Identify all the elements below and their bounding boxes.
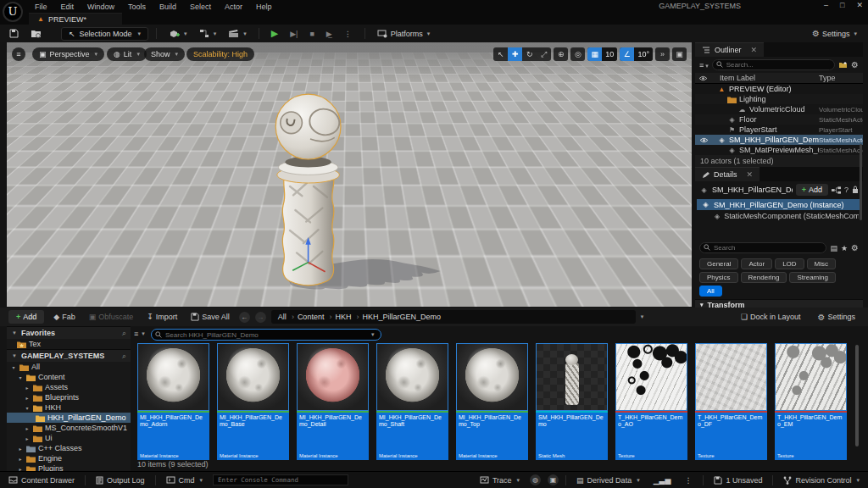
favorite-item-tex[interactable]: Tex bbox=[7, 339, 131, 349]
move-tool-button[interactable]: ✚ bbox=[508, 47, 522, 61]
grid-snap-value[interactable]: 10 bbox=[602, 47, 617, 61]
outliner-row-actor[interactable]: ⚑ PlayerStart PlayerStart bbox=[695, 125, 863, 135]
menu-actor[interactable]: Actor bbox=[219, 1, 248, 13]
chip-physics[interactable]: Physics bbox=[699, 272, 738, 283]
fab-button[interactable]: ◆ Fab bbox=[49, 311, 79, 323]
details-component-row[interactable]: ◈ StaticMeshComponent (StaticMeshCompone… bbox=[695, 211, 863, 221]
back-button[interactable]: ← bbox=[239, 312, 250, 323]
chip-misc[interactable]: Misc bbox=[807, 258, 836, 269]
insights-status-icon[interactable]: ◍ bbox=[530, 474, 541, 485]
import-button[interactable]: ↧ Import bbox=[142, 311, 181, 323]
forward-button[interactable]: → bbox=[255, 312, 266, 323]
tree-node-hkh[interactable]: ▾ HKH bbox=[7, 402, 131, 413]
play-options-menu[interactable]: ⋮ bbox=[340, 28, 357, 40]
select-tool-button[interactable]: ↖ bbox=[493, 47, 508, 61]
outliner-header[interactable]: Item Label Type bbox=[695, 73, 863, 84]
menu-edit[interactable]: Edit bbox=[55, 1, 81, 13]
column-item-label[interactable]: Item Label bbox=[720, 74, 819, 82]
content-drawer-button[interactable]: Content Drawer bbox=[5, 476, 78, 485]
grid-snap-toggle[interactable]: ▦ bbox=[587, 47, 602, 61]
path-history-chevron[interactable]: ▾ bbox=[641, 313, 644, 320]
stop-button[interactable]: ■ bbox=[305, 28, 318, 40]
menu-file[interactable]: File bbox=[29, 1, 53, 13]
asset-tile-texture-ao[interactable]: T_HKH_PillarGEN_Demo_AOTexture bbox=[615, 343, 687, 460]
breadcrumb-hkh[interactable]: HKH bbox=[335, 313, 359, 321]
outliner-settings-icon[interactable]: ⚙ bbox=[851, 60, 859, 69]
breadcrumb-content[interactable]: Content bbox=[298, 313, 332, 321]
outliner-row-actor[interactable]: ☁ VolumetricCloud VolumetricCloud bbox=[695, 104, 863, 114]
tree-node-plugins[interactable]: ▸ Plugins bbox=[7, 463, 131, 471]
menu-build[interactable]: Build bbox=[153, 1, 182, 13]
outliner-search-input[interactable] bbox=[712, 59, 835, 70]
blueprints-dropdown[interactable] bbox=[195, 27, 221, 40]
derived-data-dropdown[interactable]: ▤ Derived Data bbox=[573, 476, 643, 485]
cb-add-button[interactable]: Add bbox=[8, 310, 44, 324]
favorites-star-icon[interactable]: ★ bbox=[841, 244, 848, 252]
details-tab[interactable]: Details ✕ bbox=[695, 167, 760, 181]
details-close-icon[interactable]: ✕ bbox=[747, 170, 754, 179]
outliner-row-level[interactable]: ▲ PREVIEW (Editor) bbox=[695, 84, 863, 94]
menu-tools[interactable]: Tools bbox=[122, 1, 152, 13]
save-level-button[interactable] bbox=[5, 27, 23, 40]
cinematics-dropdown[interactable] bbox=[224, 27, 251, 40]
dock-in-layout-button[interactable]: ❏ Dock in Layout bbox=[737, 311, 805, 323]
tree-node-assets[interactable]: ▸ Assets bbox=[7, 382, 131, 392]
trace-dropdown[interactable]: Trace bbox=[476, 476, 523, 485]
tree-node-cpp-classes[interactable]: ▸ C++ Classes bbox=[7, 443, 131, 453]
chip-general[interactable]: General bbox=[699, 258, 738, 269]
details-scrollbar[interactable] bbox=[860, 144, 862, 220]
minimize-button[interactable]: – bbox=[824, 1, 828, 9]
tree-node-blueprints[interactable]: ▸ Blueprints bbox=[7, 392, 131, 402]
menu-select[interactable]: Select bbox=[184, 1, 217, 13]
search-icon[interactable]: ⌕ bbox=[122, 329, 126, 338]
tree-node-hkh-pillargen-demo[interactable]: HKH_PillarGEN_Demo bbox=[7, 413, 131, 423]
lock-icon[interactable] bbox=[852, 186, 859, 194]
outliner-row-selected-actor[interactable]: ◈ SM_HKH_PillarGEN_Demo StaticMeshActor bbox=[695, 135, 863, 145]
frame-skip-button[interactable]: ▶| bbox=[286, 28, 302, 40]
asset-tile-mi-base[interactable]: MI_HKH_PillarGEN_Demo_BaseMaterial Insta… bbox=[217, 343, 289, 460]
search-icon[interactable]: ⌕ bbox=[122, 352, 126, 361]
add-actor-dropdown[interactable] bbox=[164, 27, 192, 41]
tree-node-ms-concrete[interactable]: ▸ MS_ConcreteSmoothV1 bbox=[7, 423, 131, 433]
help-icon[interactable]: ? bbox=[844, 186, 849, 194]
outliner-row-actor[interactable]: ◈ Floor StaticMeshActor bbox=[695, 114, 863, 125]
filters-button[interactable]: ≡ bbox=[134, 330, 145, 338]
asset-tile-mi-top[interactable]: MI_HKH_PillarGEN_Demo_TopMaterial Instan… bbox=[456, 343, 528, 460]
editor-settings-dropdown[interactable]: ⚙ Settings bbox=[808, 25, 861, 42]
add-folder-icon[interactable] bbox=[838, 61, 848, 69]
asset-scrollbar[interactable] bbox=[855, 345, 859, 446]
column-type[interactable]: Type bbox=[819, 74, 863, 82]
asset-tile-mi-detail[interactable]: MI_HKH_PillarGEN_Demo_DetailMaterial Ins… bbox=[297, 343, 369, 460]
rotate-tool-button[interactable]: ↻ bbox=[522, 47, 537, 61]
launch-button[interactable]: ▶̲ bbox=[322, 28, 337, 40]
chip-streaming[interactable]: Streaming bbox=[789, 272, 835, 283]
tree-node-content[interactable]: ▾ Content bbox=[7, 372, 131, 382]
tree-node-all[interactable]: ▾ All bbox=[7, 362, 131, 372]
outliner-filter-button[interactable]: ≡ bbox=[699, 61, 709, 69]
level-viewport[interactable]: ≡ ▣ Perspective ◍ Lit Show Scalability: … bbox=[7, 42, 692, 307]
outliner-tab[interactable]: Outliner ✕ bbox=[695, 42, 764, 57]
revision-control-dropdown[interactable]: Revision Control bbox=[780, 476, 863, 485]
rotation-snap-value[interactable]: 10° bbox=[634, 47, 653, 61]
selection-mode-dropdown[interactable]: ↖ Selection Mode bbox=[61, 27, 148, 41]
maximize-viewport-button[interactable]: ▣ bbox=[672, 47, 687, 61]
cb-settings-button[interactable]: ⚙ Settings bbox=[814, 311, 860, 324]
outliner-close-icon[interactable]: ✕ bbox=[751, 46, 758, 54]
add-component-button[interactable]: Add bbox=[796, 184, 828, 196]
close-button[interactable]: ✕ bbox=[856, 1, 863, 9]
asset-tile-mi-adorn[interactable]: MI_HKH_PillarGEN_Demo_AdornMaterial Inst… bbox=[137, 343, 209, 460]
scale-tool-button[interactable]: ⤢ bbox=[537, 47, 551, 61]
menu-window[interactable]: Window bbox=[81, 1, 120, 13]
scalability-warning-pill[interactable]: Scalability: High bbox=[186, 47, 254, 61]
asset-tile-texture-em[interactable]: T_HKH_PillarGEN_Demo_EMTexture bbox=[775, 343, 847, 460]
asset-tile-texture-df[interactable]: T_HKH_PillarGEN_Demo_DFTexture bbox=[695, 343, 767, 460]
show-dropdown[interactable]: Show bbox=[144, 47, 185, 61]
details-instance-row[interactable]: ◈ SM_HKH_PillarGEN_Demo (Instance) bbox=[697, 199, 861, 210]
details-settings-icon[interactable]: ⚙ bbox=[851, 243, 859, 252]
display-options-icon[interactable]: ▤ bbox=[830, 244, 837, 252]
status-more-menu[interactable]: ⋮ bbox=[681, 476, 696, 485]
details-search-input[interactable] bbox=[699, 242, 826, 253]
save-all-button[interactable]: Save All bbox=[186, 311, 234, 323]
platforms-dropdown[interactable]: Platforms bbox=[373, 28, 435, 40]
cmd-dropdown[interactable]: Cmd bbox=[163, 476, 207, 485]
